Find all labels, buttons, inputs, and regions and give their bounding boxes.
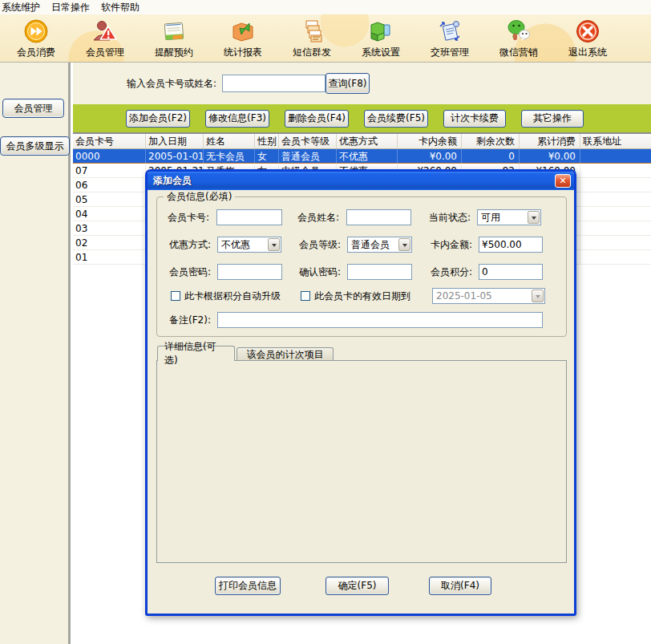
- col-discount[interactable]: 优惠方式: [337, 134, 398, 148]
- table-header: 会员卡号 加入日期 姓名 性别 会员卡等级 优惠方式 卡内余额 剩余次数 累计消…: [73, 134, 651, 149]
- detail-tab-panel: [156, 360, 567, 563]
- dialog-titlebar[interactable]: 添加会员: [148, 172, 574, 190]
- cell: 01: [73, 250, 146, 265]
- status-select[interactable]: 可用: [477, 209, 541, 225]
- ok-button[interactable]: 确定(F5): [326, 577, 389, 595]
- points-label: 会员积分:: [431, 264, 472, 280]
- cell: 女: [255, 149, 279, 164]
- remark-input[interactable]: [217, 312, 543, 328]
- confirm-password-label: 确认密码:: [299, 264, 341, 280]
- balance-input[interactable]: [479, 237, 543, 253]
- wechat-icon: [506, 18, 532, 44]
- col-name[interactable]: 姓名: [204, 134, 255, 148]
- chevron-down-icon: [532, 290, 544, 302]
- cancel-button[interactable]: 取消(F4): [429, 577, 491, 595]
- toolbar-system-settings[interactable]: 系统设置: [346, 14, 415, 63]
- sidebar-member-multilevel-button[interactable]: 会员多级显示: [0, 136, 70, 156]
- count-card-renew-button[interactable]: 计次卡续费: [443, 110, 506, 128]
- notepad-icon: [161, 18, 187, 44]
- search-strip: 输入会员卡号或姓名: 查询(F8): [73, 63, 651, 104]
- table-row[interactable]: 00002005-01-01无卡会员女普通会员不优惠¥0.000¥0.00: [73, 149, 651, 164]
- cell: [580, 164, 651, 178]
- report-folder-icon: [230, 18, 256, 44]
- edit-member-button[interactable]: 修改信息(F3): [205, 110, 269, 128]
- cell: 0000: [73, 149, 146, 164]
- discount-select[interactable]: 不优惠: [217, 237, 281, 253]
- cell: [580, 236, 651, 250]
- level-select[interactable]: 普通会员: [347, 237, 412, 253]
- remark-label: 备注(F2):: [169, 312, 211, 328]
- group-legend: 会员信息(必填): [164, 190, 235, 204]
- cell: 05: [73, 192, 146, 207]
- toolbar-member-consume[interactable]: 会员消费: [2, 14, 71, 63]
- close-icon[interactable]: ✕: [555, 174, 571, 188]
- expiry-checkbox[interactable]: [301, 291, 310, 301]
- col-gender[interactable]: 性别: [255, 134, 279, 148]
- toolbar-label: 微信营销: [499, 46, 538, 59]
- expiry-date-select[interactable]: 2025-01-05: [432, 288, 545, 304]
- print-member-info-button[interactable]: 打印会员信息: [215, 577, 281, 595]
- cell: [580, 178, 651, 192]
- cell: [580, 250, 651, 265]
- member-name-label: 会员姓名:: [297, 209, 339, 225]
- exit-icon: [575, 18, 600, 44]
- toolbar-stats-report[interactable]: 统计报表: [208, 14, 277, 63]
- col-join-date[interactable]: 加入日期: [146, 134, 204, 148]
- toolbar-label: 统计报表: [224, 46, 262, 59]
- chevron-down-icon: [268, 238, 280, 251]
- sidebar-member-manage-button[interactable]: 会员管理: [2, 99, 64, 118]
- confirm-password-input[interactable]: [347, 264, 412, 280]
- toolbar-label: 交班管理: [431, 46, 469, 59]
- menu-software-help[interactable]: 软件帮助: [101, 1, 140, 14]
- level-value: 普通会员: [351, 237, 390, 252]
- member-name-input[interactable]: [346, 209, 411, 225]
- settings-cube-icon: [368, 18, 394, 44]
- dialog-title: 添加会员: [153, 174, 192, 188]
- toolbar-remind-appointment[interactable]: 提醒预约: [140, 14, 208, 63]
- cell: 2005-01-01: [146, 149, 204, 164]
- query-button[interactable]: 查询(F8): [326, 73, 370, 94]
- password-input[interactable]: [217, 264, 282, 280]
- toolbar-sms-bulk[interactable]: 短信群发: [277, 14, 346, 63]
- cell: 03: [73, 221, 146, 236]
- member-consume-icon: [23, 18, 49, 44]
- toolbar-label: 会员管理: [86, 46, 124, 59]
- col-total-consume[interactable]: 累计消费: [520, 134, 580, 148]
- col-balance[interactable]: 卡内余额: [398, 134, 462, 148]
- chevron-down-icon: [528, 211, 540, 224]
- add-member-button[interactable]: 添加会员(F2): [126, 110, 190, 128]
- menu-system-maintenance[interactable]: 系统维护: [2, 1, 40, 14]
- cell: 02: [73, 236, 146, 250]
- col-remaining-times[interactable]: 剩余次数: [462, 134, 520, 148]
- chevron-down-icon: [398, 238, 410, 251]
- points-input[interactable]: [479, 264, 543, 280]
- toolbar-label: 退出系统: [568, 46, 607, 59]
- toolbar-exit-system[interactable]: 退出系统: [553, 14, 622, 63]
- shift-doc-icon: [437, 18, 463, 44]
- toolbar-label: 提醒预约: [155, 46, 193, 59]
- discount-value: 不优惠: [221, 237, 250, 252]
- discount-label: 优惠方式:: [169, 237, 211, 253]
- other-operations-button[interactable]: 其它操作: [521, 110, 584, 128]
- menu-daily-operation[interactable]: 日常操作: [51, 1, 90, 14]
- card-no-label: 会员卡号:: [168, 209, 209, 225]
- toolbar: 会员消费 会员管理 提醒预约 统计报表: [0, 14, 651, 63]
- delete-member-button[interactable]: 删除会员(F4): [285, 110, 349, 128]
- renew-member-button[interactable]: 会员续费(F5): [364, 110, 428, 128]
- level-label: 会员等级:: [299, 237, 341, 253]
- search-input[interactable]: [222, 75, 326, 92]
- card-no-input[interactable]: [216, 209, 282, 225]
- cell: 06: [73, 178, 146, 192]
- toolbar-wechat-marketing[interactable]: 微信营销: [484, 14, 553, 63]
- cell: 07: [73, 164, 146, 178]
- toolbar-member-manage[interactable]: 会员管理: [71, 14, 140, 63]
- col-card-level[interactable]: 会员卡等级: [279, 134, 337, 148]
- search-label: 输入会员卡号或姓名:: [127, 77, 216, 91]
- col-address[interactable]: 联系地址: [580, 134, 651, 148]
- toolbar-label: 短信群发: [293, 46, 331, 59]
- balance-label: 卡内金额:: [431, 237, 472, 253]
- col-card-no[interactable]: 会员卡号: [73, 134, 146, 148]
- toolbar-shift-manage[interactable]: 交班管理: [415, 14, 484, 63]
- tab-detail-info[interactable]: 详细信息(可选): [157, 346, 235, 361]
- auto-upgrade-checkbox[interactable]: [171, 291, 180, 301]
